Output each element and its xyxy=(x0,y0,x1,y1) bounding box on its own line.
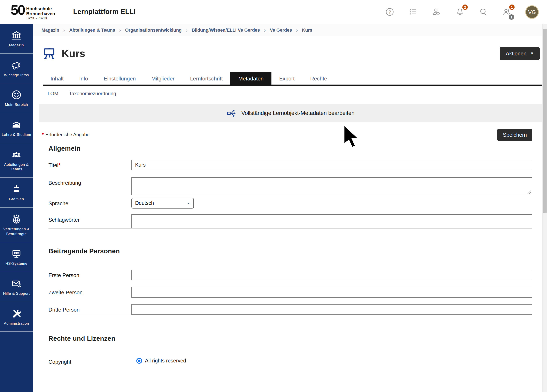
megaphone-icon xyxy=(11,59,22,71)
sidebar-item-administration[interactable]: Administration xyxy=(0,302,33,332)
copyright-radio-group: All rights reserved xyxy=(136,356,532,364)
form-toolbar: *Erforderliche Angabe Speichern xyxy=(42,129,532,141)
breadcrumb-abteilungen[interactable]: Abteilungen & Teams xyxy=(69,27,115,33)
svg-text:?: ? xyxy=(19,284,20,287)
chevron-right-icon: › xyxy=(186,27,188,33)
tab-export[interactable]: Export xyxy=(271,72,302,85)
beschreibung-textarea[interactable] xyxy=(131,177,532,195)
vertical-scrollbar xyxy=(542,24,547,392)
smiley-icon xyxy=(11,89,22,101)
chevron-right-icon: › xyxy=(63,27,65,33)
tab-einstellungen[interactable]: Einstellungen xyxy=(96,72,144,85)
erste-person-input[interactable] xyxy=(131,270,532,280)
chevron-right-icon: › xyxy=(119,27,121,33)
section-allgemein: Allgemein xyxy=(48,145,532,152)
metadata-form: Allgemein Titel* Beschreibung Sprache xyxy=(48,145,532,365)
titel-input[interactable] xyxy=(131,160,532,170)
tab-bar: Inhalt Info Einstellungen Mitglieder Ler… xyxy=(43,72,542,86)
scrollbar-thumb[interactable] xyxy=(543,29,547,213)
subtab-taxonomiezuordnung[interactable]: Taxonomiezuordnung xyxy=(69,91,116,96)
contacts-total-badge: 1 xyxy=(509,14,514,20)
sidebar-item-mein-bereich[interactable]: Mein Bereich xyxy=(0,83,33,113)
course-board-icon xyxy=(42,46,57,61)
subtab-bar: LOM Taxonomiezuordnung xyxy=(48,91,532,96)
schlagwoerter-label: Schlagwörter xyxy=(48,214,131,223)
titel-label: Titel* xyxy=(48,160,131,168)
sidebar-item-gremien[interactable]: Gremien xyxy=(0,178,33,208)
contacts-new-badge: 1 xyxy=(509,5,514,10)
app-title: Lernplattform ELLI xyxy=(73,8,136,16)
subtab-lom[interactable]: LOM xyxy=(48,91,58,96)
sidebar-item-hs-systeme[interactable]: HS-Systeme xyxy=(0,242,33,272)
tab-lernfortschritt[interactable]: Lernfortschritt xyxy=(182,72,231,85)
dritte-person-label: Dritte Person xyxy=(48,304,131,313)
sidebar-item-vertretungen[interactable]: Vertretungen & Beauftragte xyxy=(0,208,33,242)
section-rechte-lizenzen: Rechte und Lizenzen xyxy=(48,335,532,342)
monitor-password-icon xyxy=(11,248,22,259)
aktionen-button[interactable]: Aktionen ▼ xyxy=(500,47,540,60)
chevron-right-icon: › xyxy=(296,27,298,33)
zweite-person-label: Zweite Person xyxy=(48,287,131,296)
copyright-radio-selected[interactable] xyxy=(136,358,142,364)
globe-people-icon xyxy=(11,213,22,225)
sidebar-item-wichtige-infos[interactable]: Wichtige Infos xyxy=(0,54,33,83)
tab-inhalt[interactable]: Inhalt xyxy=(43,72,71,85)
section-divider xyxy=(48,315,532,315)
people-group-icon xyxy=(11,149,22,161)
required-asterisk: * xyxy=(42,132,44,137)
banner-label: Vollständige Lernobjekt-Metadaten bearbe… xyxy=(241,110,355,116)
sprache-select[interactable]: Deutsch xyxy=(131,198,194,209)
sidebar-item-hilfe-support[interactable]: ? Hilfe & Support xyxy=(0,272,33,302)
copyright-label: Copyright xyxy=(48,356,131,365)
resize-handle-icon[interactable] xyxy=(527,190,531,194)
copyright-option-label: All rights reserved xyxy=(145,358,186,364)
dritte-person-input[interactable] xyxy=(131,304,532,315)
tab-mitglieder[interactable]: Mitglieder xyxy=(144,72,182,85)
app-window: 50 Hochschule Bremerhaven 1975 – 2025 Le… xyxy=(0,0,547,392)
tab-rechte[interactable]: Rechte xyxy=(302,72,335,85)
header-toolbar: ? 2 xyxy=(385,5,539,19)
chevron-right-icon: › xyxy=(264,27,266,33)
sprache-label: Sprache xyxy=(48,198,131,206)
todo-list-icon[interactable] xyxy=(408,7,418,17)
breadcrumb-organisationsentwicklung[interactable]: Organisationsentwicklung xyxy=(125,27,182,33)
notification-badge: 2 xyxy=(462,5,468,10)
user-status-icon[interactable] xyxy=(432,7,441,17)
help-icon[interactable]: ? xyxy=(385,7,395,17)
avatar[interactable]: VG xyxy=(525,5,539,19)
zweite-person-input[interactable] xyxy=(131,287,532,297)
breadcrumb-bildung-wissen[interactable]: Bildung/Wissen/ELLI Ve Gerdes xyxy=(191,27,260,33)
bank-icon xyxy=(11,30,22,41)
logo-50: 50 xyxy=(11,4,25,16)
logo-line1: Hochschule xyxy=(26,7,55,11)
svg-text:?: ? xyxy=(389,9,391,14)
schlagwoerter-input[interactable] xyxy=(131,214,532,228)
sidebar-item-lehre-studium[interactable]: Lehre & Studium xyxy=(0,113,33,143)
university-logo[interactable]: 50 Hochschule Bremerhaven 1975 – 2025 xyxy=(11,4,55,20)
mail-question-icon: ? xyxy=(11,278,22,289)
breadcrumb-ve-gerdes[interactable]: Ve Gerdes xyxy=(270,27,292,33)
committee-icon xyxy=(11,183,22,195)
speichern-button[interactable]: Speichern xyxy=(498,129,532,141)
beschreibung-label: Beschreibung xyxy=(48,177,131,186)
bell-icon[interactable]: 2 xyxy=(455,7,465,17)
search-icon[interactable] xyxy=(479,7,488,17)
breadcrumb-magazin[interactable]: Magazin xyxy=(41,27,59,33)
sidebar-item-abteilungen-teams[interactable]: Abteilungen & Teams xyxy=(0,143,33,178)
breadcrumb: Magazin › Abteilungen & Teams › Organisa… xyxy=(33,24,542,36)
tab-metadaten[interactable]: Metadaten xyxy=(231,72,271,85)
contacts-icon[interactable]: 1 1 xyxy=(502,7,512,17)
books-cap-icon xyxy=(11,119,22,130)
main-content: Magazin › Abteilungen & Teams › Organisa… xyxy=(33,24,542,365)
page-title-row: Kurs Aktionen ▼ xyxy=(42,45,540,61)
sidebar-item-magazin[interactable]: Magazin xyxy=(0,24,33,54)
caret-down-icon: ▼ xyxy=(530,52,534,55)
tools-icon xyxy=(11,308,22,319)
section-beitragende-personen: Beitragende Personen xyxy=(48,248,532,255)
erste-person-label: Erste Person xyxy=(48,270,131,278)
tab-info[interactable]: Info xyxy=(71,72,96,85)
main-sidebar: Magazin Wichtige Infos Mein Bereich Lehr… xyxy=(0,24,33,392)
breadcrumb-kurs[interactable]: Kurs xyxy=(302,27,312,33)
page-title: Kurs xyxy=(62,47,85,59)
edit-full-metadata-banner[interactable]: Vollständige Lernobjekt-Metadaten bearbe… xyxy=(39,104,542,122)
